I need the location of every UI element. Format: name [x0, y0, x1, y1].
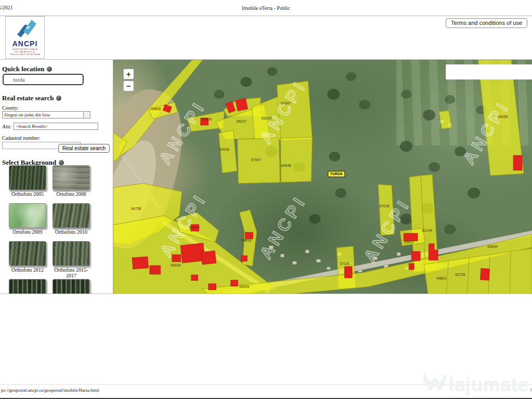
atu-select[interactable]: <Search Results> — [14, 123, 98, 130]
parcel-label: 65229 — [261, 116, 271, 120]
parcel-label: 62149 — [422, 229, 432, 232]
thumbnail-label: Orthofoto 2012 — [7, 267, 48, 273]
ancpi-logo-text: ANCPI — [6, 39, 44, 48]
parcel-label: 57547 — [251, 158, 261, 162]
parcel-label: 64801 — [436, 276, 446, 280]
atu-label: Atu: — [2, 124, 11, 129]
orthophoto-thumbnail[interactable] — [52, 165, 90, 190]
orthophoto-thumbnail[interactable] — [52, 203, 90, 228]
cadastral-number-label: Cadastral number: — [2, 135, 113, 141]
ancpi-logo-subtitle: PUBLICITATE IMOBILIARĂ — [6, 53, 44, 56]
chevron-down-icon[interactable] — [83, 112, 90, 118]
info-icon[interactable] — [47, 66, 52, 72]
lajumate-logo-icon — [422, 370, 448, 397]
orthophoto-thumbnail[interactable] — [9, 279, 46, 294]
terms-and-conditions-button[interactable]: Terms and conditions of use — [446, 18, 527, 28]
county-select[interactable]: Alegeți un județ din lista — [2, 111, 90, 118]
quick-location-input[interactable] — [3, 74, 84, 85]
parcel-label: 53936 — [219, 148, 229, 151]
page: { "top_bar": { "date_fragment": "5/2021"… — [0, 0, 532, 399]
ancpi-logo: ANCPI AGENȚIA NAȚIONALĂ DE CADASTRU ȘI P… — [5, 16, 45, 59]
orthophoto-thumbnail[interactable] — [9, 241, 46, 266]
real-estate-search-heading: Real estate search — [2, 94, 113, 102]
parcel-label: 65227 — [236, 119, 246, 123]
parcel-label: 57026 — [379, 204, 389, 208]
parcel-label: 53925 — [239, 285, 249, 288]
county-select-value: Alegeți un județ din lista — [3, 112, 83, 118]
parcel-label: 64548 — [281, 164, 291, 167]
ancpi-logo-icon — [6, 17, 44, 38]
parcel-label: 64654 — [487, 245, 497, 248]
background-option-2009[interactable]: Ortofoto 2009 — [7, 203, 48, 235]
city-label-turda: TURDA — [328, 171, 345, 177]
brand-tld: .ro — [529, 374, 532, 395]
orthophoto-thumbnail[interactable] — [52, 279, 90, 294]
brand-name: lajumate — [449, 374, 529, 395]
parcel-label: 64253 — [498, 115, 508, 118]
orthophoto-thumbnail[interactable] — [9, 203, 46, 228]
window-title: Imobile eTerra - Public — [0, 5, 532, 11]
thumbnail-label: Orthofoto 2010 — [50, 229, 92, 235]
thumbnail-label: Ortofoto 2009 — [7, 229, 48, 235]
quick-location-heading-text: Quick location — [2, 65, 44, 73]
background-option-2010[interactable]: Orthofoto 2010 — [50, 203, 92, 235]
background-option-partial[interactable] — [7, 279, 48, 294]
map-canvas[interactable]: ANCPI ANCPI ANCPI ANCPI ANCPI ANCPI 3480… — [113, 60, 532, 294]
quick-location-heading: Quick location — [2, 65, 113, 73]
background-option-partial[interactable] — [50, 279, 92, 294]
sidebar: Quick location Real estate search County… — [0, 60, 113, 294]
thumbnail-label: Ortofoto 2008 — [50, 191, 92, 197]
parcel-label: 57135 — [340, 262, 350, 265]
header-divider-top — [0, 16, 532, 16]
background-option-2012[interactable]: Orthofoto 2012 — [7, 241, 48, 273]
lajumate-watermark: lajumate.ro — [422, 370, 532, 399]
parcel-label: 54934 — [170, 263, 180, 267]
parcel-label: 64876 — [189, 225, 199, 229]
thumbnail-label: Orthofoto 2005 — [7, 191, 48, 197]
parcel-label: 34806 — [151, 107, 161, 111]
info-icon[interactable] — [56, 96, 61, 101]
zoom-out-button[interactable]: − — [123, 81, 134, 91]
real-estate-search-button[interactable]: Real estate search — [58, 144, 110, 153]
status-bar-url: ps://geoportal.ancpi.ro/geoportal/imobil… — [1, 388, 99, 393]
real-estate-search-heading-text: Real estate search — [2, 94, 54, 102]
orthophoto-thumbnail[interactable] — [9, 165, 46, 190]
parcel-label: 64547 — [281, 101, 290, 105]
parcel-overlay — [113, 60, 532, 294]
thumbnail-label: Orthofoto 2015-2017 — [50, 267, 92, 278]
parcel-label: 64758 — [131, 207, 141, 210]
parcel-label: 63726 — [455, 273, 465, 276]
zoom-in-button[interactable]: + — [123, 69, 134, 79]
parcel-label: 65217 — [404, 240, 414, 244]
background-option-2005[interactable]: Orthofoto 2005 — [7, 165, 48, 197]
orthophoto-thumbnail[interactable] — [52, 241, 90, 266]
blank-overlay-box — [446, 64, 532, 79]
parcel-label: 59806 — [202, 117, 211, 121]
parcel-label: 54814 — [241, 238, 251, 242]
background-option-2008[interactable]: Ortofoto 2008 — [50, 165, 92, 197]
county-label: County: — [2, 105, 113, 111]
info-icon[interactable] — [59, 160, 64, 165]
content-divider — [0, 294, 532, 294]
background-option-2015-2017[interactable]: Orthofoto 2015-2017 — [50, 241, 92, 278]
